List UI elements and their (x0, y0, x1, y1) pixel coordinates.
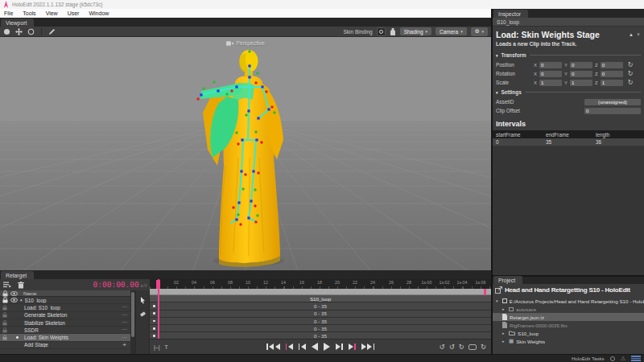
menu-view[interactable]: View (46, 10, 58, 16)
reset-position-icon[interactable]: ↻ (628, 62, 634, 68)
stage-options-button[interactable]: ⋯ (122, 335, 127, 341)
interval-row[interactable]: 0 35 36 (493, 138, 644, 146)
lock-icon[interactable] (2, 335, 7, 340)
loop-mode-icon[interactable]: ↺ (440, 343, 445, 351)
play-once-mode-icon[interactable]: ↻ (459, 343, 464, 351)
cursor-tool-icon[interactable] (140, 297, 146, 305)
comment-icon[interactable] (469, 344, 477, 350)
weight-dot-button[interactable] (377, 27, 386, 36)
stage-row-load-skin-weights[interactable]: Load: Skin Weights ⋯ (0, 334, 130, 341)
track-group-row[interactable]: ▾ S10_loop (0, 297, 130, 304)
scale-z-field[interactable]: 1 (601, 80, 623, 86)
stage-row-generate-skeleton[interactable]: Generate Skeleton ⋯ (0, 312, 130, 319)
orbit-icon[interactable] (3, 28, 10, 35)
menu-user[interactable]: User (68, 10, 80, 16)
razor-tool-icon[interactable] (139, 311, 147, 318)
move-stage-down-button[interactable]: ▼ (636, 32, 641, 37)
eye-icon[interactable] (10, 298, 18, 302)
lock-icon[interactable] (2, 320, 7, 326)
camera-dropdown[interactable]: Camera▾ (436, 27, 467, 35)
transform-section-header[interactable]: ▾ Transform (493, 50, 644, 60)
menu-file[interactable]: File (4, 10, 13, 16)
trash-icon[interactable] (18, 282, 24, 289)
tasks-label[interactable]: HoloEdit Tasks (572, 356, 605, 361)
collapse-icon[interactable]: ▾ (20, 298, 23, 302)
col-startframe[interactable]: startFrame (493, 132, 543, 138)
shading-dropdown[interactable]: Shading▾ (400, 27, 431, 35)
tree-item-s10-loop[interactable]: ▸ S10_loop (493, 329, 644, 337)
warning-icon[interactable]: ⚠ (621, 356, 625, 361)
timecode-units[interactable]: s / f (141, 284, 147, 288)
rotation-z-field[interactable]: 0 (601, 71, 623, 77)
position-x-field[interactable]: 0 (539, 62, 562, 68)
skip-end-button[interactable] (361, 343, 375, 350)
range-track-row[interactable]: 0 - 35 (150, 332, 491, 339)
inspector-context[interactable]: S10_loop (493, 18, 644, 27)
add-track-icon[interactable] (3, 282, 11, 288)
move-stage-up-button[interactable]: ▲ (629, 32, 634, 37)
track-area[interactable]: S10_loop 0 - 35 0 - 35 0 - 35 0 - 35 0 -… (150, 289, 491, 339)
position-y-field[interactable]: 0 (570, 62, 592, 68)
range-track-row[interactable]: 0 - 35 (150, 311, 491, 318)
stage-row-load-s10-loop[interactable]: Load: S10_loop ⋯ (0, 304, 130, 311)
tree-item-retarget-file[interactable]: Retarget.json.lz (493, 313, 644, 321)
ping-pong-mode-icon[interactable]: ↺ (449, 343, 455, 351)
clip-track-row[interactable]: S10_loop (150, 295, 491, 302)
collapse-icon[interactable]: ▾ (496, 298, 500, 303)
tree-root[interactable]: ▾ E:/Arcturus Projects/Head and Hand Ret… (493, 297, 644, 305)
tab-inspector[interactable]: Inspector (493, 10, 528, 18)
next-frame-button[interactable] (349, 343, 356, 350)
asset-id-field[interactable]: (unassigned) (584, 99, 641, 105)
lock-icon[interactable] (2, 327, 7, 333)
rotation-y-field[interactable]: 0 (570, 71, 592, 77)
keyframe-dot[interactable] (153, 320, 155, 323)
prev-keyframe-button[interactable] (299, 343, 306, 350)
camera-mode-label[interactable]: Perspective (0, 40, 491, 46)
stage-row-stabilize-skeleton[interactable]: Stabilize Skeleton ⋯ (0, 319, 130, 327)
tab-retarget[interactable]: Retarget (1, 271, 34, 279)
ink-bottle-icon[interactable] (390, 28, 396, 35)
expand-icon[interactable]: ▸ (502, 331, 506, 335)
range-track-row[interactable]: 0 - 35 (150, 302, 491, 310)
viewport-canvas[interactable]: Perspective (0, 37, 491, 270)
stage-options-button[interactable]: ⋯ (122, 304, 127, 311)
keyframe-dot[interactable] (153, 327, 155, 330)
next-keyframe-button[interactable] (336, 343, 343, 350)
pen-icon[interactable] (48, 28, 56, 35)
move-icon[interactable] (15, 28, 23, 35)
expand-icon[interactable]: ▸ (502, 339, 506, 343)
reset-rotation-icon[interactable]: ↻ (628, 71, 634, 77)
range-track-row[interactable]: 0 - 35 (150, 325, 491, 332)
tree-item-skin-weights[interactable]: ▸ ▦ Skin Weights (493, 337, 644, 345)
tab-project[interactable]: Project (493, 276, 522, 284)
add-stage-row[interactable]: Add Stage + (0, 342, 130, 349)
menu-window[interactable]: Window (89, 10, 109, 16)
skip-start-button[interactable] (266, 343, 280, 350)
rotation-x-field[interactable]: 0 (539, 71, 562, 77)
lock-icon[interactable] (2, 312, 7, 318)
stage-options-button[interactable]: ⋯ (122, 327, 127, 333)
settings-section-header[interactable]: ▾ Settings (493, 87, 644, 97)
keyframe-dot[interactable] (153, 305, 155, 307)
keyframe-dot[interactable] (153, 312, 155, 315)
scale-y-field[interactable]: 1 (570, 80, 592, 86)
position-z-field[interactable]: 0 (601, 62, 623, 68)
stage-options-button[interactable]: ⋯ (122, 319, 127, 326)
clip-end-marker[interactable] (484, 289, 486, 295)
clip-offset-field[interactable]: 0 (584, 108, 641, 114)
menu-tools[interactable]: Tools (23, 10, 35, 16)
stage-row-ssdr[interactable]: SSDR ⋯ (0, 327, 130, 334)
eye-icon[interactable] (10, 291, 18, 296)
lock-icon[interactable] (2, 297, 8, 303)
reset-scale-icon[interactable]: ↻ (628, 80, 634, 86)
col-endframe[interactable]: endFrame (543, 132, 592, 138)
scale-x-field[interactable]: 1 (539, 80, 562, 86)
col-length[interactable]: length (592, 132, 642, 138)
lock-icon[interactable] (2, 305, 7, 311)
task-queue-icon[interactable] (631, 356, 641, 362)
timeline-ruler[interactable]: 02 04 06 08 10 12 14 16 18 20 22 24 26 2… (150, 279, 491, 289)
expand-icon[interactable]: ▸ (502, 306, 506, 311)
prev-frame-button[interactable] (286, 343, 293, 350)
playhead-handle[interactable] (156, 280, 160, 289)
lock-icon[interactable] (2, 290, 8, 297)
